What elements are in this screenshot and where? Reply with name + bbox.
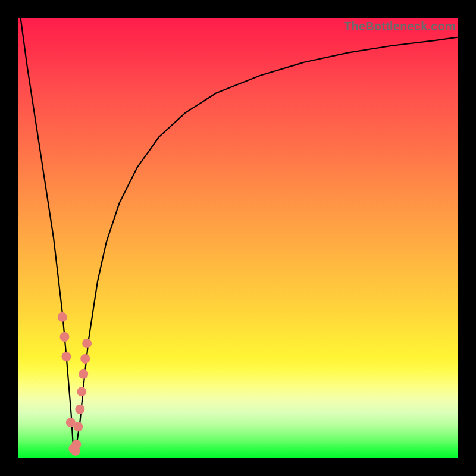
highlight-marker <box>79 369 88 379</box>
highlight-marker <box>71 440 81 449</box>
highlight-marker <box>61 352 71 361</box>
chart-frame: TheBottleneck.com <box>0 0 476 476</box>
highlight-marker <box>75 405 84 414</box>
highlight-marker <box>82 339 92 348</box>
highlight-marker <box>77 387 86 396</box>
highlight-marker <box>58 312 67 322</box>
highlight-marker <box>80 354 90 364</box>
bottleneck-curve-svg <box>18 18 458 458</box>
attribution-watermark: TheBottleneck.com <box>344 20 456 33</box>
plot-area: TheBottleneck.com <box>18 18 458 458</box>
highlight-marker <box>60 332 69 342</box>
highlight-marker <box>73 422 83 431</box>
bottleneck-curve-path <box>21 18 458 451</box>
